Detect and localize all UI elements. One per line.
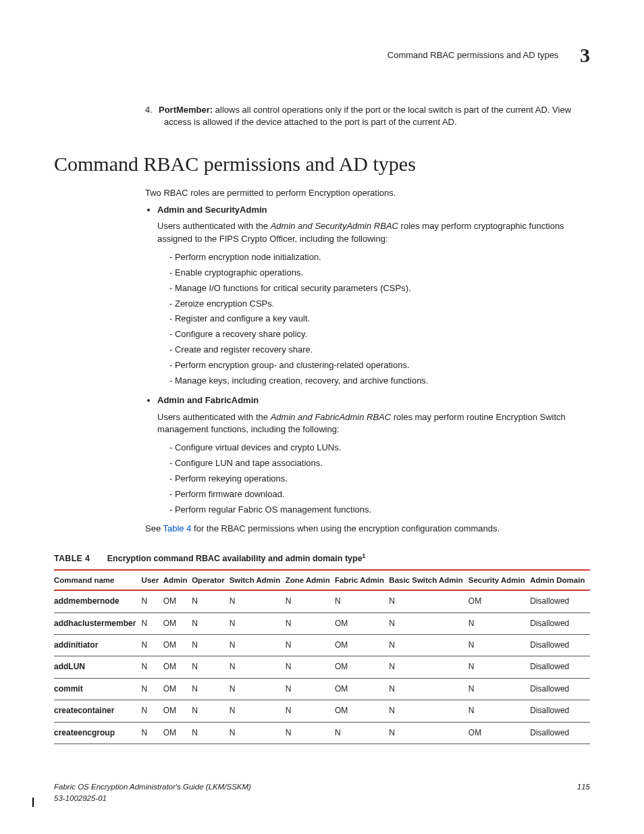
table-footnote-mark: 1	[363, 552, 366, 559]
role-desc: Users authenticated with the Admin and S…	[157, 220, 590, 246]
value-cell: Disallowed	[530, 678, 590, 700]
col-header: Basic Switch Admin	[389, 570, 468, 591]
table-row: addLUNNOMNNNOMNNDisallowed	[54, 656, 590, 678]
numbered-item-4: 4.PortMember: allows all control operati…	[145, 104, 590, 130]
role-item: Admin and SecurityAdminUsers authenticat…	[157, 204, 590, 388]
value-cell: N	[389, 656, 468, 678]
value-cell: N	[389, 678, 468, 700]
list-number: 4.	[145, 104, 159, 117]
col-header: Admin	[163, 570, 192, 591]
value-cell: Disallowed	[530, 634, 590, 656]
section-heading: Command RBAC permissions and AD types	[54, 149, 590, 179]
col-header: Operator	[192, 570, 230, 591]
role-actions: Perform encryption node initialization.E…	[157, 251, 590, 388]
action-item: Enable cryptographic operations.	[169, 267, 590, 280]
value-cell: N	[230, 678, 286, 700]
value-cell: N	[389, 590, 468, 613]
table-caption-text: Encryption command RBAC availability and…	[107, 554, 363, 563]
value-cell: N	[230, 656, 286, 678]
doc-number: 53-1002925-01	[54, 794, 107, 802]
action-item: Perform encryption group- and clustering…	[169, 359, 590, 372]
value-cell: N	[468, 613, 530, 634]
value-cell: N	[192, 613, 230, 634]
value-cell: N	[468, 700, 530, 722]
table-body: addmembernodeNOMNNNNNOMDisallowedaddhacl…	[54, 590, 590, 744]
action-item: Manage keys, including creation, recover…	[169, 375, 590, 388]
value-cell: N	[192, 700, 230, 722]
value-cell: OM	[163, 656, 192, 678]
value-cell: N	[142, 590, 163, 613]
col-header: Command name	[54, 570, 142, 591]
see-table-note: See Table 4 for the RBAC permissions whe…	[145, 523, 590, 536]
table-label: TABLE 4	[54, 554, 90, 563]
action-item: Perform encryption node initialization.	[169, 251, 590, 264]
action-item: Register and configure a key vault.	[169, 313, 590, 325]
command-name-cell: addLUN	[54, 656, 142, 678]
value-cell: N	[142, 613, 163, 634]
value-cell: N	[389, 613, 468, 634]
value-cell: OM	[335, 613, 389, 634]
chapter-number: 3	[580, 44, 590, 66]
value-cell: N	[230, 700, 286, 722]
value-cell: N	[192, 590, 230, 613]
running-header: Command RBAC permissions and AD types 3	[54, 41, 590, 70]
value-cell: OM	[335, 700, 389, 722]
command-name-cell: commit	[54, 678, 142, 700]
value-cell: N	[192, 722, 230, 744]
value-cell: N	[142, 634, 163, 656]
action-item: Configure virtual devices and crypto LUN…	[169, 442, 590, 454]
value-cell: N	[335, 590, 389, 613]
command-name-cell: addhaclustermember	[54, 613, 142, 634]
header-title: Command RBAC permissions and AD types	[387, 50, 559, 60]
value-cell: OM	[163, 678, 192, 700]
table-row: commitNOMNNNOMNNDisallowed	[54, 678, 590, 700]
value-cell: N	[286, 700, 335, 722]
col-header: Admin Domain	[530, 570, 590, 591]
value-cell: N	[192, 656, 230, 678]
action-item: Configure a recovery share policy.	[169, 328, 590, 341]
term-portmember: PortMember:	[159, 105, 213, 115]
value-cell: OM	[163, 590, 192, 613]
page-footer: Fabric OS Encryption Administrator's Gui…	[54, 781, 590, 804]
book-title: Fabric OS Encryption Administrator's Gui…	[54, 783, 251, 791]
action-item: Manage I/O functions for critical securi…	[169, 282, 590, 295]
change-bar	[32, 798, 34, 807]
value-cell: N	[468, 634, 530, 656]
table-row: addinitiatorNOMNNNOMNNDisallowed	[54, 634, 590, 656]
col-header: Switch Admin	[230, 570, 286, 591]
value-cell: N	[286, 678, 335, 700]
col-header: Fabric Admin	[335, 570, 389, 591]
value-cell: N	[389, 722, 468, 744]
value-cell: N	[468, 656, 530, 678]
value-cell: N	[230, 722, 286, 744]
value-cell: Disallowed	[530, 700, 590, 722]
value-cell: N	[335, 722, 389, 744]
value-cell: N	[142, 700, 163, 722]
value-cell: OM	[468, 722, 530, 744]
command-name-cell: addinitiator	[54, 634, 142, 656]
value-cell: N	[230, 613, 286, 634]
value-cell: OM	[468, 590, 530, 613]
value-cell: N	[389, 700, 468, 722]
page-number: 115	[577, 781, 590, 804]
action-item: Perform rekeying operations.	[169, 473, 590, 486]
value-cell: OM	[163, 722, 192, 744]
value-cell: N	[142, 722, 163, 744]
command-name-cell: createencgroup	[54, 722, 142, 744]
value-cell: N	[192, 678, 230, 700]
role-actions: Configure virtual devices and crypto LUN…	[157, 442, 590, 516]
value-cell: OM	[163, 700, 192, 722]
value-cell: N	[286, 634, 335, 656]
value-cell: N	[142, 656, 163, 678]
rbac-table: Command nameUserAdminOperatorSwitch Admi…	[54, 569, 590, 744]
intro-text: Two RBAC roles are permitted to perform …	[145, 187, 590, 200]
value-cell: OM	[163, 613, 192, 634]
col-header: User	[142, 570, 163, 591]
role-desc: Users authenticated with the Admin and F…	[157, 411, 590, 437]
value-cell: OM	[335, 656, 389, 678]
col-header: Zone Admin	[286, 570, 335, 591]
value-cell: N	[142, 678, 163, 700]
action-item: Zeroize encryption CSPs.	[169, 298, 590, 311]
value-cell: N	[286, 656, 335, 678]
table-4-link[interactable]: Table 4	[163, 523, 192, 533]
